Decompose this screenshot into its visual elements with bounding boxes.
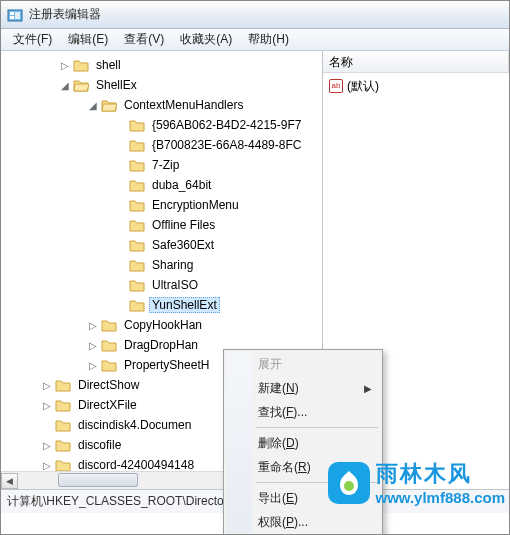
menu-favorites[interactable]: 收藏夹(A) [172,29,240,50]
svg-rect-1 [10,12,14,15]
tree-node-shellex[interactable]: ◢ ShellEx [1,75,322,95]
list-header: 名称 [323,51,509,73]
folder-icon [55,378,71,393]
menu-help[interactable]: 帮助(H) [240,29,297,50]
watermark: 雨林木风 www.ylmf888.com [328,459,506,506]
context-permissions[interactable]: 权限(P)... [226,510,380,534]
menu-edit[interactable]: 编辑(E) [60,29,116,50]
folder-open-icon [101,98,117,113]
folder-icon [129,278,145,293]
folder-icon [101,318,117,333]
folder-icon [129,298,145,313]
folder-icon [129,238,145,253]
svg-point-4 [344,481,354,491]
folder-icon [129,218,145,233]
folder-icon [101,358,117,373]
tree-node[interactable]: duba_64bit [1,175,322,195]
context-menu: 展开 新建(N)▶ 查找(F)... 删除(D) 重命名(R) 导出(E) 权限… [223,349,383,535]
tree-node[interactable]: Safe360Ext [1,235,322,255]
titlebar: 注册表编辑器 [1,1,509,29]
folder-icon [55,398,71,413]
app-icon [7,7,23,23]
scroll-left-button[interactable]: ◀ [1,473,18,489]
svg-rect-2 [10,16,14,19]
tree-node[interactable]: UltraISO [1,275,322,295]
expand-icon[interactable]: ▷ [41,459,53,471]
tree-node-contextmenuhandlers[interactable]: ◢ ContextMenuHandlers [1,95,322,115]
folder-icon [73,58,89,73]
folder-icon [129,138,145,153]
column-name[interactable]: 名称 [323,51,509,72]
folder-icon [129,178,145,193]
folder-icon [55,438,71,453]
tree-node[interactable]: {596AB062-B4D2-4215-9F7 [1,115,322,135]
context-delete[interactable]: 删除(D) [226,431,380,455]
menu-view[interactable]: 查看(V) [116,29,172,50]
list-row-default[interactable]: ab (默认) [329,77,503,95]
folder-icon [129,158,145,173]
window-title: 注册表编辑器 [29,6,101,23]
menu-file[interactable]: 文件(F) [5,29,60,50]
context-expand[interactable]: 展开 [226,352,380,376]
collapse-icon[interactable]: ◢ [87,99,99,111]
string-value-icon: ab [329,79,343,93]
expand-icon[interactable]: ▷ [87,339,99,351]
menubar: 文件(F) 编辑(E) 查看(V) 收藏夹(A) 帮助(H) [1,29,509,51]
expand-icon[interactable]: ▷ [87,359,99,371]
collapse-icon[interactable]: ◢ [59,79,71,91]
folder-icon [55,418,71,433]
watermark-url: www.ylmf888.com [376,489,506,506]
watermark-brand: 雨林木风 [376,459,506,489]
expand-icon[interactable]: ▷ [87,319,99,331]
expand-icon[interactable]: ▷ [59,59,71,71]
folder-open-icon [73,78,89,93]
content-area: ▷ shell ◢ ShellEx ◢ ContextMenuHandlers … [1,51,509,489]
svg-rect-3 [15,12,20,19]
watermark-logo-icon [328,462,370,504]
folder-icon [101,338,117,353]
tree-node[interactable]: EncryptionMenu [1,195,322,215]
folder-icon [129,118,145,133]
tree-node-shell[interactable]: ▷ shell [1,55,322,75]
folder-icon [129,258,145,273]
expand-icon[interactable]: ▷ [41,379,53,391]
tree-node[interactable]: ▷CopyHookHan [1,315,322,335]
tree-node-yunshellext[interactable]: YunShellExt [1,295,322,315]
context-new[interactable]: 新建(N)▶ [226,376,380,400]
folder-icon [129,198,145,213]
tree-node[interactable]: Offline Files [1,215,322,235]
tree-node[interactable]: 7-Zip [1,155,322,175]
tree-node[interactable]: Sharing [1,255,322,275]
expand-icon[interactable]: ▷ [41,439,53,451]
tree-node[interactable]: {B700823E-66A8-4489-8FC [1,135,322,155]
value-name: (默认) [347,78,379,95]
scroll-thumb[interactable] [58,473,138,487]
submenu-arrow-icon: ▶ [364,383,372,394]
context-find[interactable]: 查找(F)... [226,400,380,424]
expand-icon[interactable]: ▷ [41,399,53,411]
